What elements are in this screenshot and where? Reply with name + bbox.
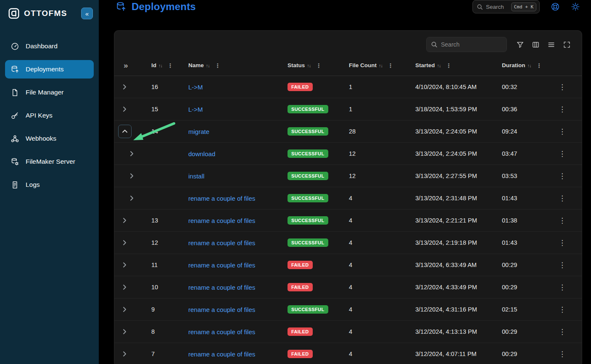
theme-toggle-icon[interactable] <box>571 2 580 11</box>
deployment-name-link[interactable]: rename a couple of files <box>188 306 255 313</box>
sort-icon[interactable]: ↑↓ <box>379 63 383 68</box>
sort-icon[interactable]: ↑↓ <box>528 63 531 68</box>
row-menu-icon[interactable]: ⋮ <box>559 284 566 291</box>
row-menu-icon[interactable]: ⋮ <box>559 239 566 246</box>
row-menu-icon[interactable]: ⋮ <box>559 328 566 335</box>
cell-id: 9 <box>141 306 178 313</box>
cell-started: 3/12/2024, 4:13:13 PM <box>405 328 492 335</box>
cell-id: 10 <box>141 284 178 291</box>
row-density-icon[interactable] <box>547 41 555 49</box>
cell-started: 3/12/2024, 4:33:49 PM <box>405 284 492 291</box>
deployment-name-link[interactable]: L->M <box>188 84 203 91</box>
row-menu-icon[interactable]: ⋮ <box>559 195 566 202</box>
deployment-name-link[interactable]: download <box>188 150 215 157</box>
cell-duration: 01:43 <box>492 195 542 202</box>
expand-row-icon[interactable] <box>121 84 128 90</box>
deploy-icon <box>11 65 19 74</box>
column-menu-icon[interactable]: ⋮ <box>446 62 452 69</box>
column-label: Duration <box>502 62 525 68</box>
sidebar-item-api-keys[interactable]: API Keys <box>5 106 94 125</box>
sidebar-item-filemaker-server[interactable]: FileMaker Server <box>5 152 94 171</box>
cell-file-count: 4 <box>339 239 405 246</box>
status-badge: FAILED <box>288 283 313 291</box>
expand-all-icon[interactable]: » <box>124 61 128 69</box>
row-menu-icon[interactable]: ⋮ <box>559 106 566 113</box>
sort-icon[interactable]: ↑↓ <box>437 63 441 68</box>
row-menu-icon[interactable]: ⋮ <box>559 173 566 180</box>
expand-row-icon[interactable] <box>121 217 128 224</box>
deployment-name-link[interactable]: install <box>188 173 204 180</box>
expand-row-icon[interactable] <box>121 262 128 268</box>
column-menu-icon[interactable]: ⋮ <box>388 62 393 69</box>
columns-icon[interactable] <box>532 41 540 49</box>
fullscreen-icon[interactable] <box>563 41 571 49</box>
table-row: 9rename a couple of filesSUCCESSFUL43/12… <box>114 299 582 321</box>
expand-row-icon[interactable] <box>128 173 135 179</box>
deployment-name-link[interactable]: rename a couple of files <box>188 284 255 291</box>
cell-file-count: 4 <box>339 328 405 335</box>
expand-row-icon[interactable] <box>128 150 135 157</box>
sidebar-item-webhooks[interactable]: Webhooks <box>5 129 94 148</box>
row-menu-icon[interactable]: ⋮ <box>559 306 566 313</box>
help-icon[interactable] <box>551 2 560 11</box>
collapse-row-button[interactable] <box>118 125 132 138</box>
filter-icon[interactable] <box>516 41 524 49</box>
deployment-name-link[interactable]: L->M <box>188 106 203 113</box>
column-menu-icon[interactable]: ⋮ <box>316 62 322 69</box>
expand-row-icon[interactable] <box>121 328 128 335</box>
sidebar-collapse-button[interactable]: « <box>81 8 93 19</box>
cell-duration: 00:36 <box>492 106 542 113</box>
column-label: Id <box>151 62 156 68</box>
expand-row-icon[interactable] <box>128 195 135 202</box>
expand-row-icon[interactable] <box>121 239 128 246</box>
column-menu-icon[interactable]: ⋮ <box>215 62 221 69</box>
table-header-row: »Id↑↓⋮Name↑↓⋮Status↑↓⋮File Count↑↓⋮Start… <box>114 55 582 76</box>
sort-icon[interactable]: ↑↓ <box>206 63 210 68</box>
sort-icon[interactable]: ↑↓ <box>158 63 162 68</box>
cell-duration: 03:53 <box>492 173 542 179</box>
expand-row-icon[interactable] <box>121 106 128 113</box>
cell-id: 12 <box>141 239 178 246</box>
column-header-duration: Duration↑↓⋮ <box>492 62 542 69</box>
status-badge: FAILED <box>288 261 313 269</box>
table-row: 16L->MFAILED14/10/2024, 8:10:45 AM00:32⋮ <box>114 76 582 98</box>
table-search-input[interactable] <box>441 41 517 48</box>
sidebar-item-deployments[interactable]: Deployments <box>5 60 94 79</box>
column-header-file-count: File Count↑↓⋮ <box>339 62 405 69</box>
row-menu-icon[interactable]: ⋮ <box>559 351 566 358</box>
deployment-name-link[interactable]: rename a couple of files <box>188 239 255 246</box>
column-menu-icon[interactable]: ⋮ <box>536 62 542 69</box>
row-menu-icon[interactable]: ⋮ <box>559 217 566 224</box>
row-menu-icon[interactable]: ⋮ <box>559 150 566 157</box>
main-area: Deployments Search Cmd + K <box>99 0 591 364</box>
row-menu-icon[interactable]: ⋮ <box>559 84 566 91</box>
sidebar-item-label: API Keys <box>26 112 53 119</box>
deployment-name-link[interactable]: rename a couple of files <box>188 217 255 224</box>
deployment-name-link[interactable]: migrate <box>188 128 209 135</box>
cell-started: 3/13/2024, 2:27:55 PM <box>405 173 492 179</box>
sort-icon[interactable]: ↑↓ <box>307 63 311 68</box>
column-menu-icon[interactable]: ⋮ <box>167 62 173 69</box>
topbar-actions: Search Cmd + K <box>472 0 580 13</box>
sidebar-item-label: Dashboard <box>26 42 58 50</box>
table-body: 16L->MFAILED14/10/2024, 8:10:45 AM00:32⋮… <box>114 76 582 364</box>
sidebar-item-label: FileMaker Server <box>26 158 75 165</box>
row-menu-icon[interactable]: ⋮ <box>559 128 566 135</box>
cell-id: 13 <box>141 217 178 224</box>
cell-id: 7 <box>141 351 178 357</box>
expand-row-icon[interactable] <box>121 306 128 313</box>
deployment-name-link[interactable]: rename a couple of files <box>188 351 255 358</box>
deployment-name-link[interactable]: rename a couple of files <box>188 328 255 335</box>
sidebar-item-dashboard[interactable]: Dashboard <box>5 37 94 55</box>
cell-duration: 00:32 <box>492 84 542 90</box>
global-search[interactable]: Search Cmd + K <box>472 0 540 13</box>
cell-id: 11 <box>141 262 178 268</box>
row-menu-icon[interactable]: ⋮ <box>559 262 566 269</box>
expand-row-icon[interactable] <box>121 284 128 291</box>
sidebar-item-logs[interactable]: Logs <box>5 175 94 194</box>
deployment-name-link[interactable]: rename a couple of files <box>188 195 255 202</box>
sidebar-item-file-manager[interactable]: File Manager <box>5 83 94 102</box>
cell-started: 3/13/2024, 2:19:18 PM <box>405 239 492 246</box>
expand-row-icon[interactable] <box>121 351 128 357</box>
deployment-name-link[interactable]: rename a couple of files <box>188 262 255 269</box>
